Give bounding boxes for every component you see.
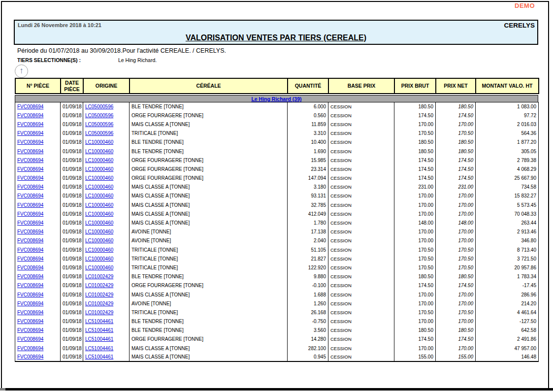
origine-link[interactable]: LC10000460 [85, 149, 113, 154]
piece-link[interactable]: FVC008694 [17, 193, 43, 198]
cell-piece: FVC008694 [15, 344, 61, 353]
piece-link[interactable]: FVC008694 [17, 292, 43, 297]
cell-base-prix: CESSION [328, 164, 394, 173]
cell-cereale: MAIS CLASSE A [TONNE] [130, 353, 288, 361]
origine-link[interactable]: LC01002429 [85, 283, 113, 288]
piece-link[interactable]: FVC008694 [17, 336, 43, 342]
cell-quantite: 1.780 [288, 218, 328, 227]
origine-link[interactable]: LC10000460 [85, 256, 113, 261]
piece-link[interactable]: FVC008694 [17, 158, 43, 163]
origine-link[interactable]: LC05000596 [85, 122, 113, 127]
table-row: FVC00869401/09/18LC05000596ORGE FOURRAGE… [15, 111, 539, 120]
cell-montant: 346.80 [476, 236, 539, 245]
cell-piece: FVC008694 [15, 192, 61, 200]
piece-link[interactable]: FVC008694 [17, 283, 43, 288]
cell-prix-brut: 174.50 [394, 164, 436, 173]
cell-prix-net: 170.00 [436, 192, 476, 200]
cell-quantite: 21.827 [288, 254, 328, 263]
origine-link[interactable]: LC05000596 [85, 104, 113, 109]
cell-date-piece: 01/09/18 [61, 344, 83, 353]
piece-link[interactable]: FVC008694 [17, 247, 43, 253]
origine-link[interactable]: LC10000460 [85, 175, 113, 181]
origine-link[interactable]: LC10000460 [85, 166, 113, 172]
piece-link[interactable]: FVC008694 [17, 184, 43, 190]
report-datetime: Lundi 26 Novembre 2018 à 10:21 [18, 22, 101, 28]
cell-prix-net: 170.50 [436, 263, 476, 272]
piece-link[interactable]: FVC008694 [17, 131, 43, 136]
piece-link[interactable]: FVC008694 [17, 122, 43, 127]
cell-origine: LC10000460 [83, 183, 130, 192]
cell-piece: FVC008694 [15, 174, 61, 183]
piece-link[interactable]: FVC008694 [17, 327, 43, 333]
piece-link[interactable]: FVC008694 [17, 319, 43, 324]
piece-link[interactable]: FVC008694 [17, 301, 43, 306]
origine-link[interactable]: LC01002429 [85, 292, 113, 297]
cell-prix-brut: 170.00 [394, 209, 436, 218]
cell-prix-net: 180.50 [436, 326, 476, 335]
origine-link[interactable]: LC01002429 [85, 310, 113, 315]
cell-date-piece: 01/09/18 [61, 263, 83, 272]
scrollbar-thumb[interactable] [0, 388, 5, 391]
piece-link[interactable]: FVC008694 [17, 238, 43, 243]
piece-link[interactable]: FVC008694 [17, 113, 43, 118]
piece-link[interactable]: FVC008694 [17, 166, 43, 172]
origine-link[interactable]: LC10000460 [85, 220, 113, 226]
origine-link[interactable]: LC10000460 [85, 247, 113, 253]
table-row: FVC00869401/09/18LC10000460AVOINE [TONNE… [15, 228, 539, 236]
cell-quantite: 147.094 [288, 174, 328, 183]
cell-origine: LC51004461 [83, 317, 130, 326]
piece-link[interactable]: FVC008694 [17, 104, 43, 109]
origine-link[interactable]: LC10000460 [85, 211, 113, 217]
origine-link[interactable]: LC10000460 [85, 229, 113, 234]
origine-link[interactable]: LC10000460 [85, 193, 113, 198]
origine-link[interactable]: LC01002429 [85, 301, 113, 306]
cell-piece: FVC008694 [15, 263, 61, 272]
up-arrow-icon[interactable]: ↑ [15, 65, 28, 78]
piece-link[interactable]: FVC008694 [17, 274, 43, 279]
cell-cereale: MAIS CLASSE A [TONNE] [130, 218, 288, 227]
origine-link[interactable]: LC10000460 [85, 238, 113, 243]
table-row: FVC00869401/09/18LC51004461MAIS CLASSE A… [15, 344, 539, 353]
cell-montant: 15 832.27 [476, 192, 539, 200]
piece-link[interactable]: FVC008694 [17, 175, 43, 181]
cell-base-prix: CESSION [328, 326, 394, 335]
piece-link[interactable]: FVC008694 [17, 346, 43, 351]
horizontal-scrollbar[interactable] [0, 388, 553, 391]
cell-cereale: BLE TENDRE [TONNE] [130, 147, 288, 156]
column-header-quantite: QUANTITÉ [288, 78, 328, 94]
piece-link[interactable]: FVC008694 [17, 149, 43, 154]
table-row: FVC00869401/09/18LC10000460MAIS CLASSE A… [15, 183, 539, 192]
origine-link[interactable]: LC51004461 [85, 319, 113, 324]
cell-piece: FVC008694 [15, 317, 61, 326]
group-header-link[interactable]: Le Hing Richard (39) [251, 96, 301, 102]
cell-quantite: 14.280 [288, 335, 328, 344]
piece-link[interactable]: FVC008694 [17, 256, 43, 261]
origine-link[interactable]: LC10000460 [85, 202, 113, 208]
cell-date-piece: 01/09/18 [61, 272, 83, 281]
piece-link[interactable]: FVC008694 [17, 139, 43, 145]
origine-link[interactable]: LC05000596 [85, 131, 113, 136]
cell-cereale: ORGE FOURRAGERE [TONNE] [130, 281, 288, 290]
cell-piece: FVC008694 [15, 209, 61, 218]
origine-link[interactable]: LC10000460 [85, 139, 113, 145]
piece-link[interactable]: FVC008694 [17, 211, 43, 217]
origine-link[interactable]: LC01002429 [85, 274, 113, 279]
piece-link[interactable]: FVC008694 [17, 265, 43, 270]
cell-quantite: 1.260 [288, 299, 328, 308]
origine-link[interactable]: LC51004461 [85, 354, 113, 359]
piece-link[interactable]: FVC008694 [17, 202, 43, 208]
piece-link[interactable]: FVC008694 [17, 220, 43, 226]
origine-link[interactable]: LC10000460 [85, 265, 113, 270]
report-header: Lundi 26 Novembre 2018 à 10:21 CERELYS V… [14, 20, 538, 45]
piece-link[interactable]: FVC008694 [17, 229, 43, 234]
origine-link[interactable]: LC05000596 [85, 113, 113, 118]
origine-link[interactable]: LC10000460 [85, 184, 113, 190]
cell-prix-net: 174.50 [436, 164, 476, 173]
origine-link[interactable]: LC51004461 [85, 346, 113, 351]
origine-link[interactable]: LC10000460 [85, 158, 113, 163]
piece-link[interactable]: FVC008694 [17, 310, 43, 315]
origine-link[interactable]: LC51004461 [85, 336, 113, 342]
cell-origine: LC51004461 [83, 353, 130, 361]
origine-link[interactable]: LC51004461 [85, 327, 113, 333]
piece-link[interactable]: FVC008694 [17, 354, 43, 359]
